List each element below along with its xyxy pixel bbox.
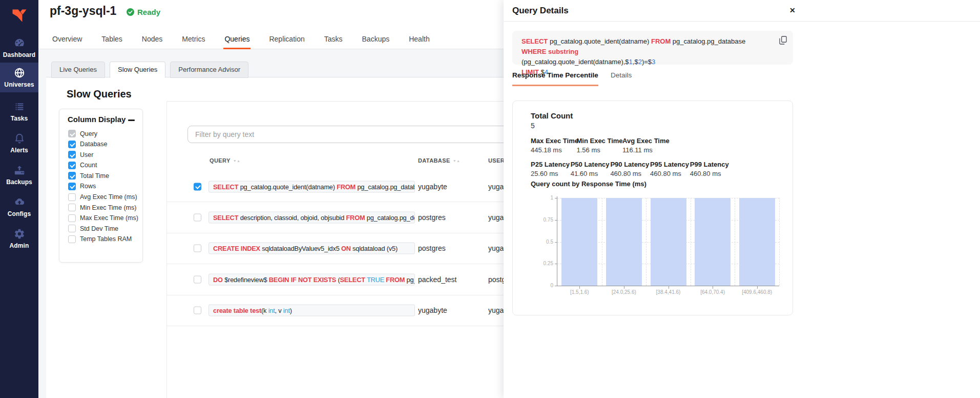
database-cell: packed_test <box>418 275 457 284</box>
sidebar-item-configs[interactable]: Configs <box>0 192 38 222</box>
checkbox-user[interactable] <box>68 151 76 158</box>
tab-tasks[interactable]: Tasks <box>323 29 344 49</box>
checkbox-temp-tables-ram[interactable] <box>68 235 76 243</box>
stat-value: 460.80 ms <box>650 170 689 177</box>
sidebar-item-dashboard[interactable]: Dashboard <box>0 33 38 63</box>
check-circle-icon <box>127 8 134 16</box>
checkbox-max-exec-time-ms[interactable] <box>68 214 76 222</box>
subtab-live-queries[interactable]: Live Queries <box>51 62 105 78</box>
chart-bar <box>561 198 597 286</box>
x-tick <box>669 286 669 289</box>
tab-overview[interactable]: Overview <box>51 29 83 49</box>
column-header-database[interactable]: DATABASE▼▲ <box>418 157 460 164</box>
checkbox-std-dev-time[interactable] <box>68 225 76 232</box>
column-option-avg-exec-time-ms: Avg Exec Time (ms) <box>68 193 139 201</box>
stat-label: P90 Latency <box>610 161 649 168</box>
stat-value: 116.11 ms <box>622 146 670 154</box>
column-display-title: Column Display <box>68 115 126 124</box>
cloud-upload-icon <box>14 196 25 208</box>
x-tick-label: [409.6,460.8) <box>742 289 772 295</box>
sidebar-item-label: Tasks <box>11 115 28 122</box>
stat-max-exec-time: Max Exec Time445.18 ms <box>531 137 578 154</box>
checkbox-total-time[interactable] <box>68 172 76 180</box>
panel-title: Query Details <box>512 6 569 16</box>
stat-label: Min Exec Time <box>577 137 623 145</box>
close-icon[interactable]: ✕ <box>789 6 796 14</box>
checkbox-avg-exec-time-ms[interactable] <box>68 193 76 201</box>
checkbox-rows[interactable] <box>68 183 76 190</box>
tab-metrics[interactable]: Metrics <box>181 29 206 49</box>
sidebar-item-universes[interactable]: Universes <box>0 63 38 92</box>
column-option-std-dev-time: Std Dev Time <box>68 225 139 232</box>
x-tick <box>713 286 713 289</box>
stat-p95-latency: P95 Latency460.80 ms <box>650 161 689 177</box>
collapse-minus-icon[interactable] <box>128 116 135 124</box>
column-option-label: Std Dev Time <box>80 225 118 232</box>
sidebar-item-admin[interactable]: Admin <box>0 224 38 253</box>
sidebar-item-label: Alerts <box>10 147 28 154</box>
row-checkbox[interactable] <box>194 214 201 222</box>
column-options: QueryDatabaseUserCountTotal TimeRowsAvg … <box>68 130 139 243</box>
status-label: Ready <box>137 8 160 16</box>
copy-icon[interactable] <box>779 36 787 45</box>
sidebar-item-backups[interactable]: Backups <box>0 160 38 190</box>
tab-nodes[interactable]: Nodes <box>141 29 163 49</box>
row-checkbox[interactable] <box>194 245 201 252</box>
sidebar: DashboardUniversesTasksAlertsBackupsConf… <box>0 0 38 398</box>
query-subtabs: Live QueriesSlow QueriesPerformance Advi… <box>51 62 248 78</box>
gridline <box>779 198 780 286</box>
stat-label: P95 Latency <box>650 161 689 168</box>
tab-tables[interactable]: Tables <box>100 29 123 49</box>
tab-replication[interactable]: Replication <box>268 29 305 49</box>
subtab-slow-queries[interactable]: Slow Queries <box>110 62 165 78</box>
sidebar-item-alerts[interactable]: Alerts <box>0 128 38 158</box>
tab-details[interactable]: Details <box>611 71 632 85</box>
tab-queries[interactable]: Queries <box>223 29 251 49</box>
stat-value: 25.60 ms <box>531 170 570 177</box>
y-tick-label: 0.25 <box>535 261 553 266</box>
x-tick-label: [1.5,1.6) <box>570 289 589 295</box>
query-cell[interactable]: SELECT pg_catalog.quote_ident(datname) F… <box>208 181 415 192</box>
stat-label: P50 Latency <box>571 161 610 168</box>
database-cell: postgres <box>418 244 446 252</box>
total-count-label: Total Count <box>531 111 573 120</box>
sql-preview-box: SELECT pg_catalog.quote_ident(datname) F… <box>512 31 793 65</box>
sidebar-item-tasks[interactable]: Tasks <box>0 96 38 126</box>
query-cell[interactable]: create table test(k int, v int) <box>208 305 415 316</box>
column-option-label: Temp Tables RAM <box>80 235 132 243</box>
stat-p50-latency: P50 Latency41.60 ms <box>571 161 610 177</box>
gridline <box>646 198 647 286</box>
x-tick <box>624 286 624 289</box>
row-checkbox[interactable] <box>194 183 201 190</box>
column-header-query[interactable]: QUERY▼▲ <box>210 157 240 164</box>
chart-bar <box>695 198 731 286</box>
query-cell[interactable]: DO $redefineview$ BEGIN IF NOT EXISTS (S… <box>208 273 415 285</box>
column-display-card: Column Display QueryDatabaseUserCountTot… <box>59 109 143 263</box>
checkbox-count[interactable] <box>68 162 76 169</box>
column-option-count: Count <box>68 162 139 169</box>
column-option-label: Database <box>80 141 108 148</box>
y-tick-label: 1 <box>535 195 553 201</box>
yugabyte-logo-icon[interactable] <box>0 5 38 27</box>
checkbox-min-exec-time-ms[interactable] <box>68 204 76 211</box>
row-checkbox[interactable] <box>194 275 201 283</box>
column-option-temp-tables-ram: Temp Tables RAM <box>68 235 139 243</box>
database-cell: yugabyte <box>418 183 447 191</box>
column-option-max-exec-time-ms: Max Exec Time (ms) <box>68 214 139 222</box>
tab-backups[interactable]: Backups <box>361 29 391 49</box>
query-cell[interactable]: CREATE INDEX sqldataloadByValuev5_idx5 O… <box>208 243 415 254</box>
y-tick-label: 0.75 <box>535 217 553 223</box>
query-cell[interactable]: SELECT description, classoid, objoid, ob… <box>208 212 415 224</box>
gear-icon <box>14 228 25 240</box>
gauge-icon <box>14 37 25 49</box>
backup-icon <box>14 165 25 176</box>
row-checkbox[interactable] <box>194 307 201 314</box>
chart-bar <box>739 198 775 286</box>
tab-health[interactable]: Health <box>408 29 430 49</box>
checkbox-database[interactable] <box>68 141 76 148</box>
column-option-label: Min Exec Time (ms) <box>80 204 136 211</box>
tab-response-time-percentile[interactable]: Response Time Percentile <box>512 71 598 86</box>
gridline <box>602 198 602 286</box>
stat-min-exec-time: Min Exec Time1.56 ms <box>577 137 623 154</box>
subtab-performance-advisor[interactable]: Performance Advisor <box>170 62 248 78</box>
